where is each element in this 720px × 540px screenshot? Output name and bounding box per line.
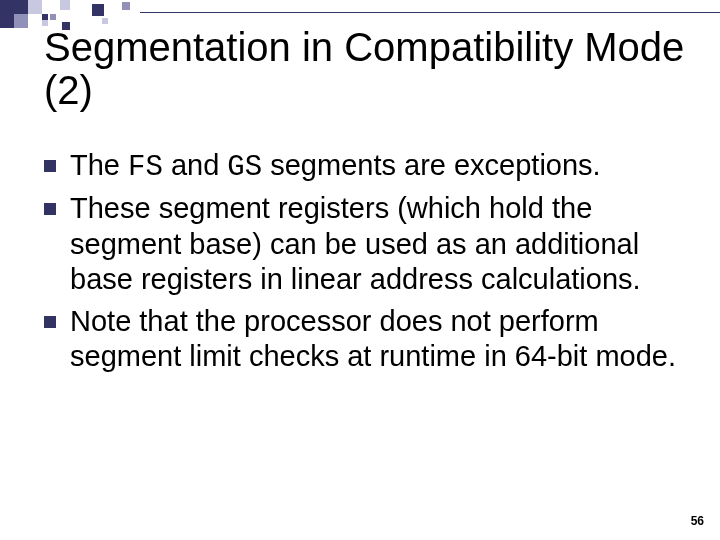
text-fragment: and	[163, 149, 228, 181]
bullet-marker-icon	[44, 316, 56, 328]
bullet-marker-icon	[44, 203, 56, 215]
code-fragment: FS	[128, 151, 163, 184]
slide-body: The FS and GS segments are exceptions. T…	[44, 148, 684, 380]
page-number: 56	[691, 514, 704, 528]
bullet-item: Note that the processor does not perform…	[44, 304, 684, 375]
code-fragment: GS	[227, 151, 262, 184]
text-fragment: The	[70, 149, 128, 181]
bullet-marker-icon	[44, 160, 56, 172]
bullet-item: These segment registers (which hold the …	[44, 191, 684, 297]
bullet-text: These segment registers (which hold the …	[70, 191, 684, 297]
text-fragment: segments are exceptions.	[262, 149, 601, 181]
slide-title: Segmentation in Compatibility Mode (2)	[44, 26, 690, 112]
bullet-text: The FS and GS segments are exceptions.	[70, 148, 684, 185]
bullet-item: The FS and GS segments are exceptions.	[44, 148, 684, 185]
bullet-text: Note that the processor does not perform…	[70, 304, 684, 375]
header-rule	[140, 12, 720, 13]
